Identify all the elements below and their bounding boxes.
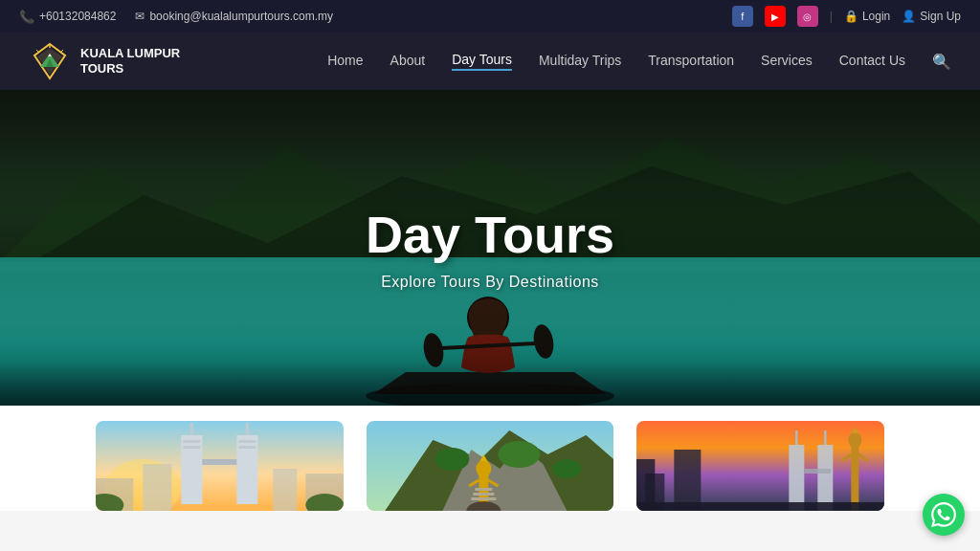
instagram-icon[interactable]: ◎ [797, 6, 818, 27]
svg-rect-22 [181, 435, 202, 504]
signup-label: Sign Up [920, 10, 961, 23]
nav-about[interactable]: About [390, 53, 426, 70]
user-icon: 👤 [902, 10, 916, 23]
svg-point-43 [498, 441, 540, 468]
logo-line1: KUALA LUMPUR [80, 46, 180, 61]
svg-rect-63 [852, 440, 859, 511]
svg-rect-32 [143, 464, 171, 511]
nav-multiday-trips[interactable]: Multiday Trips [539, 53, 621, 70]
nav-home[interactable]: Home [327, 53, 363, 70]
tour-card-2[interactable] [367, 421, 614, 511]
contact-info: 📞 +60132084862 ✉ booking@kualalumpurtour… [19, 10, 333, 24]
whatsapp-icon [931, 502, 956, 527]
hero-section: Day Tours Explore Tours By Destinations [0, 90, 980, 406]
svg-rect-59 [818, 445, 834, 511]
tour-cards-section [0, 406, 980, 511]
card-3-image [636, 421, 884, 511]
svg-rect-52 [475, 488, 492, 491]
nav-transportation[interactable]: Transportation [648, 53, 734, 70]
tour-card-1[interactable] [96, 421, 344, 511]
top-bar: 📞 +60132084862 ✉ booking@kualalumpurtour… [0, 0, 980, 33]
svg-rect-23 [236, 435, 257, 504]
svg-rect-68 [636, 502, 884, 511]
search-icon[interactable]: 🔍 [932, 53, 951, 71]
card-1-image [96, 421, 344, 511]
svg-rect-27 [202, 459, 236, 465]
email-info: ✉ booking@kualalumpurtours.com.my [135, 10, 333, 23]
svg-rect-33 [273, 469, 297, 511]
nav-contact[interactable]: Contact Us [839, 53, 905, 70]
nav-links: Home About Day Tours Multiday Trips Tran… [327, 52, 951, 71]
svg-point-46 [476, 460, 491, 477]
nav-day-tours[interactable]: Day Tours [452, 52, 512, 71]
svg-point-44 [552, 459, 581, 478]
logo-line2: TOURS [80, 61, 180, 77]
login-label: Login [862, 10, 890, 23]
logo[interactable]: KUALA LUMPUR TOURS [29, 40, 180, 82]
navbar: KUALA LUMPUR TOURS Home About Day Tours … [0, 33, 980, 90]
login-link[interactable]: 🔒 Login [844, 10, 890, 23]
phone-info: 📞 +60132084862 [19, 10, 116, 24]
svg-rect-30 [238, 440, 256, 443]
phone-number: +60132084862 [39, 10, 116, 23]
svg-rect-50 [471, 497, 496, 500]
hero-subtitle: Explore Tours By Destinations [366, 274, 614, 291]
whatsapp-button[interactable] [923, 494, 965, 536]
phone-icon: 📞 [19, 10, 34, 24]
logo-icon [29, 40, 71, 82]
nav-services[interactable]: Services [761, 53, 813, 70]
svg-rect-54 [636, 421, 884, 511]
facebook-icon[interactable]: f [732, 6, 753, 27]
youtube-icon[interactable]: ▶ [765, 6, 786, 27]
hero-title: Day Tours [366, 205, 614, 264]
svg-rect-28 [183, 440, 200, 443]
svg-point-64 [849, 432, 862, 448]
svg-point-42 [434, 448, 469, 471]
logo-text: KUALA LUMPUR TOURS [80, 46, 180, 76]
divider: | [830, 10, 833, 23]
signup-link[interactable]: 👤 Sign Up [902, 10, 961, 23]
lock-icon: 🔒 [844, 10, 858, 23]
svg-rect-62 [805, 469, 832, 474]
svg-rect-31 [238, 446, 256, 449]
card-2-image [367, 421, 614, 511]
top-bar-right: f ▶ ◎ | 🔒 Login 👤 Sign Up [732, 6, 961, 27]
email-icon: ✉ [135, 10, 145, 23]
svg-rect-51 [473, 493, 494, 496]
svg-rect-58 [790, 445, 805, 511]
svg-rect-57 [675, 450, 702, 511]
email-address: booking@kualalumpurtours.com.my [149, 10, 333, 23]
svg-rect-29 [183, 446, 200, 449]
hero-content: Day Tours Explore Tours By Destinations [366, 205, 614, 291]
tour-card-3[interactable] [636, 421, 884, 511]
